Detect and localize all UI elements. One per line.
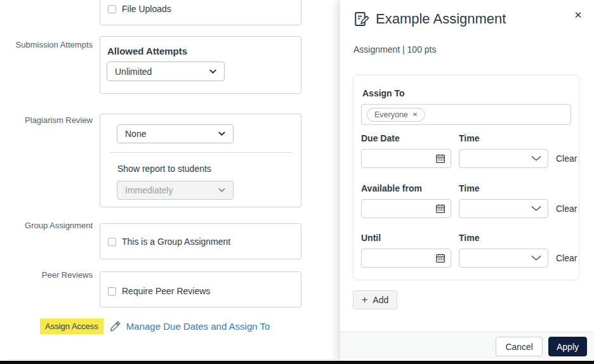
add-button-label: Add: [373, 295, 388, 305]
chevron-down-icon: [531, 205, 541, 212]
submission-attempts-box: Allowed Attempts Unlimited: [100, 36, 301, 94]
available-time-label: Time: [459, 183, 548, 193]
assignment-icon: [353, 11, 369, 27]
submission-attempts-row-label: Submission Attempts: [0, 40, 93, 50]
calendar-icon: [435, 204, 446, 214]
due-date-inputs-row: Clear: [361, 149, 571, 168]
apply-button[interactable]: Apply: [548, 337, 587, 356]
pencil-icon: [109, 320, 121, 332]
plagiarism-review-row-label: Plagiarism Review: [0, 115, 93, 126]
show-report-value: Immediately: [125, 185, 173, 195]
group-assignment-label: This is a Group Assignment: [122, 237, 230, 247]
add-card-button[interactable]: + Add: [353, 290, 397, 309]
available-from-input[interactable]: [361, 199, 451, 218]
plagiarism-tool-value: None: [125, 129, 146, 139]
until-time-select[interactable]: [459, 249, 548, 268]
peer-reviews-label: Require Peer Reviews: [122, 286, 210, 296]
until-label: Until: [361, 233, 451, 243]
tray-footer: Cancel Apply: [340, 332, 594, 361]
group-assignment-box: This is a Group Assignment: [100, 223, 301, 259]
calendar-icon: [435, 153, 446, 164]
chevron-down-icon: [218, 131, 225, 136]
group-assignment-row-label: Group Assignment: [0, 221, 93, 231]
assign-access-row: Assign Access Manage Due Dates and Assig…: [40, 318, 270, 334]
everyone-tag: Everyone ✕: [367, 108, 425, 122]
everyone-tag-label: Everyone: [374, 110, 408, 119]
plus-icon: +: [362, 295, 367, 305]
due-date-labels-row: Due Date Time: [361, 133, 571, 143]
chevron-down-icon: [531, 255, 541, 261]
page-bottom-divider: [9, 360, 335, 360]
peer-reviews-box: Require Peer Reviews: [100, 271, 301, 308]
allowed-attempts-heading: Allowed Attempts: [107, 46, 187, 56]
until-time-label: Time: [459, 233, 548, 243]
assign-to-input[interactable]: Everyone ✕: [361, 104, 571, 125]
show-report-label: Show report to students: [117, 164, 211, 174]
manage-due-dates-link[interactable]: Manage Due Dates and Assign To: [126, 321, 270, 332]
group-assignment-checkbox[interactable]: [108, 238, 116, 246]
due-time-label: Time: [459, 133, 548, 143]
cancel-button[interactable]: Cancel: [496, 337, 543, 356]
allowed-attempts-select[interactable]: Unlimited: [107, 62, 225, 81]
file-uploads-option: File Uploads: [108, 4, 171, 14]
available-from-inputs-row: Clear: [361, 199, 571, 218]
available-from-label: Available from: [361, 183, 451, 193]
peer-reviews-row-label: Peer Reviews: [0, 270, 93, 280]
until-clear-button[interactable]: Clear: [556, 253, 577, 263]
file-uploads-checkbox[interactable]: [108, 5, 116, 13]
allowed-attempts-value: Unlimited: [115, 67, 152, 77]
tray-title: Example Assignment: [376, 11, 506, 27]
available-from-labels-row: Available from Time: [361, 183, 571, 193]
plagiarism-divider: [110, 152, 293, 153]
available-time-select[interactable]: [459, 199, 548, 218]
assign-access-highlighted-label: Assign Access: [40, 318, 103, 334]
online-entry-options-box: File Uploads: [100, 0, 301, 25]
close-icon[interactable]: ✕: [571, 8, 586, 23]
group-assignment-option: This is a Group Assignment: [108, 237, 230, 247]
plagiarism-tool-select[interactable]: None: [117, 124, 234, 143]
assign-to-label: Assign To: [361, 88, 571, 98]
due-date-input[interactable]: [361, 149, 451, 168]
assign-to-tray: ✕ Example Assignment Assignment | 100 pt…: [340, 0, 594, 364]
tray-subtitle: Assignment | 100 pts: [353, 44, 436, 55]
chevron-down-icon: [218, 188, 225, 193]
due-clear-button[interactable]: Clear: [556, 153, 577, 164]
peer-reviews-option: Require Peer Reviews: [108, 286, 210, 296]
until-input[interactable]: [361, 249, 451, 268]
chevron-down-icon: [209, 69, 216, 74]
chevron-down-icon: [531, 155, 541, 162]
due-time-select[interactable]: [459, 149, 548, 168]
file-uploads-label: File Uploads: [122, 4, 171, 14]
available-clear-button[interactable]: Clear: [556, 204, 577, 214]
peer-reviews-checkbox[interactable]: [108, 287, 116, 296]
tray-header: Example Assignment: [353, 11, 506, 27]
window-bottom-edge: [0, 361, 594, 364]
assign-to-card: Assign To Everyone ✕ Due Date Time: [353, 75, 579, 280]
show-report-select[interactable]: Immediately: [117, 181, 234, 200]
until-inputs-row: Clear: [361, 249, 571, 268]
remove-tag-icon[interactable]: ✕: [412, 112, 418, 118]
due-date-label: Due Date: [361, 133, 451, 143]
until-labels-row: Until Time: [361, 233, 571, 243]
calendar-icon: [435, 253, 446, 263]
plagiarism-review-box: None Show report to students Immediately: [100, 114, 301, 207]
assignment-edit-page: File Uploads Submission Attempts Allowed…: [0, 0, 594, 364]
